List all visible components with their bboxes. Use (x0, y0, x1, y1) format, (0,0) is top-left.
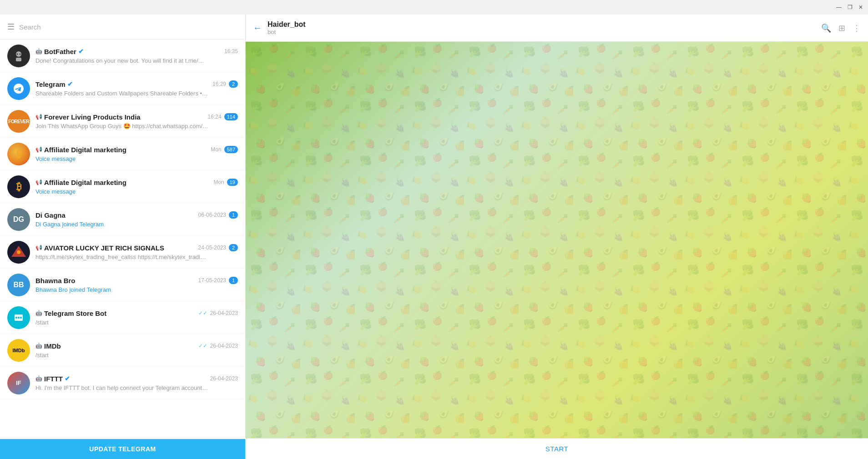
avatar-telegram (7, 77, 30, 100)
start-button[interactable]: START (545, 445, 568, 453)
chat-time-aviator: 24-05-2023 (198, 244, 226, 251)
hamburger-icon[interactable]: ☰ (7, 22, 15, 32)
avatar-affiliate2: ₿ (7, 175, 30, 198)
chat-content-digagna: Di Gagna 06-06-2023 1 Di Gagna joined Te… (35, 211, 238, 228)
double-check-telegramstore: ✓✓ (198, 310, 207, 316)
minimize-button[interactable]: — (835, 4, 843, 11)
chat-name-affiliate1: 📢 Affiliate Digital marketing (35, 146, 126, 154)
svg-point-3 (20, 53, 21, 55)
badge-affiliate1: 587 (224, 146, 238, 153)
chat-item-telegram[interactable]: Telegram ✔ 16:29 2 Shareable Folders and… (0, 72, 245, 105)
svg-point-11 (20, 317, 22, 319)
chat-item-affiliate1[interactable]: ₿ 📢 Affiliate Digital marketing Mon 587 … (0, 138, 245, 170)
badge-bhawna: 1 (229, 277, 238, 284)
bot-icon-imdb: 🤖 (35, 343, 42, 349)
chat-item-digagna[interactable]: DG Di Gagna 06-06-2023 1 Di Gagna joined… (0, 203, 245, 236)
chat-content-telegramstore: 🤖 Telegram Store Bot ✓✓ 26-04-2023 /star… (35, 309, 238, 326)
chat-list: 🤖 BotFather ✔ 16:35 Done! Congratulation… (0, 40, 245, 439)
chat-content-telegram: Telegram ✔ 16:29 2 Shareable Folders and… (35, 80, 238, 97)
avatar-aviator (7, 241, 30, 264)
search-icon[interactable]: 🔍 (821, 23, 831, 33)
chat-preview-digagna: Di Gagna joined Telegram (35, 221, 208, 228)
chat-preview-telegram: Shareable Folders and Custom Wallpapers … (35, 90, 208, 97)
chat-header-sub: bot (267, 29, 816, 35)
chat-time-digagna: 06-06-2023 (198, 212, 226, 218)
columns-icon[interactable]: ⊞ (838, 23, 845, 33)
chat-header-telegramstore: 🤖 Telegram Store Bot ✓✓ 26-04-2023 (35, 309, 238, 317)
chat-preview-bhawna: Bhawna Bro joined Telegram (35, 286, 208, 293)
badge-digagna: 1 (229, 211, 238, 219)
search-input[interactable] (19, 23, 238, 31)
chat-time-telegram: 16:29 (212, 81, 226, 87)
chat-header-affiliate1: 📢 Affiliate Digital marketing Mon 587 (35, 146, 238, 154)
chat-preview-affiliate2: Voice message (35, 188, 208, 195)
chat-background: 🥦 🍎 🥕 🍋 🧅 🍇 🍓 🥑 🍊 (246, 42, 868, 438)
chat-header-name: Haider_bot (267, 20, 816, 29)
chat-preview-affiliate1: Voice message (35, 155, 208, 162)
chat-item-botfather[interactable]: 🤖 BotFather ✔ 16:35 Done! Congratulation… (0, 40, 245, 72)
close-button[interactable]: ✕ (857, 4, 864, 11)
chat-preview-telegramstore: /start (35, 319, 208, 326)
chat-header-digagna: Di Gagna 06-06-2023 1 (35, 211, 238, 219)
chat-header-imdb: 🤖 IMDb ✓✓ 26-04-2023 (35, 342, 238, 350)
chat-header-affiliate2: 📢 Affiliate Digital marketing Mon 19 (35, 179, 238, 186)
chat-content-ifttt: 🤖 IFTTT ✔ 26-04-2023 Hi. I'm the IFTTT b… (35, 375, 238, 391)
svg-point-7 (17, 250, 20, 254)
chat-item-telegramstore[interactable]: 🤖 Telegram Store Bot ✓✓ 26-04-2023 /star… (0, 301, 245, 334)
chat-content-affiliate1: 📢 Affiliate Digital marketing Mon 587 Vo… (35, 146, 238, 162)
chat-name-imdb: 🤖 IMDb (35, 342, 61, 350)
chat-item-ifttt[interactable]: IF 🤖 IFTTT ✔ 26-04-2023 Hi. I'm the IFTT… (0, 367, 245, 399)
chat-time-affiliate1: Mon (211, 146, 221, 153)
bot-icon-telegramstore: 🤖 (35, 310, 42, 316)
megaphone-icon-affiliate2: 📢 (35, 179, 42, 185)
chat-content-affiliate2: 📢 Affiliate Digital marketing Mon 19 Voi… (35, 179, 238, 195)
update-telegram-bar[interactable]: UPDATE TELEGRAM (0, 439, 245, 459)
chat-item-aviator[interactable]: 📢 AVIATOR LUCKY JET RICH SIGNALS 24-05-2… (0, 236, 245, 269)
chat-header-bar: ← Haider_bot bot 🔍 ⊞ ⋮ (246, 15, 868, 42)
badge-affiliate2: 19 (227, 179, 238, 186)
chat-preview-forever: Join This WhatsApp Group Guys 🤩 https://… (35, 123, 208, 130)
chat-header-forever: 📢 Forever Living Products India 16:24 11… (35, 113, 238, 121)
chat-name-telegram: Telegram ✔ (35, 80, 73, 88)
megaphone-icon-aviator: 📢 (35, 244, 42, 251)
verified-icon-ifttt: ✔ (65, 375, 70, 382)
chat-time-botfather: 16:35 (224, 48, 238, 55)
chat-header-info: Haider_bot bot (267, 20, 816, 35)
avatar-digagna: DG (7, 208, 30, 231)
chat-name-bhawna: Bhawna Bro (35, 277, 76, 284)
badge-telegram: 2 (229, 80, 238, 88)
avatar-telegramstore (7, 306, 30, 329)
chat-time-affiliate2: Mon (213, 179, 224, 185)
chat-name-telegramstore: 🤖 Telegram Store Bot (35, 309, 106, 317)
megaphone-icon-affiliate1: 📢 (35, 146, 42, 153)
chat-content-botfather: 🤖 BotFather ✔ 16:35 Done! Congratulation… (35, 48, 238, 64)
chat-header-botfather: 🤖 BotFather ✔ 16:35 (35, 48, 238, 55)
chat-content-forever: 📢 Forever Living Products India 16:24 11… (35, 113, 238, 130)
avatar-ifttt: IF (7, 372, 30, 394)
chat-panel: ← Haider_bot bot 🔍 ⊞ ⋮ 🥦 🍎 🥕 (246, 15, 868, 459)
maximize-button[interactable]: ❐ (846, 4, 853, 11)
chat-bottom-bar: START (246, 438, 868, 459)
chat-preview-ifttt: Hi. I'm the IFTTT bot. I can help connec… (35, 384, 208, 391)
chat-content-aviator: 📢 AVIATOR LUCKY JET RICH SIGNALS 24-05-2… (35, 244, 238, 260)
chat-header-telegram: Telegram ✔ 16:29 2 (35, 80, 238, 88)
chat-time-telegramstore: 26-04-2023 (210, 310, 238, 316)
chat-item-affiliate2[interactable]: ₿ 📢 Affiliate Digital marketing Mon 19 V… (0, 170, 245, 203)
chat-content-bhawna: Bhawna Bro 17-05-2023 1 Bhawna Bro joine… (35, 277, 238, 293)
chat-item-imdb[interactable]: IMDb 🤖 IMDb ✓✓ 26-04-2023 /start (0, 334, 245, 367)
chat-time-imdb: 26-04-2023 (210, 343, 238, 349)
back-button[interactable]: ← (253, 23, 262, 33)
avatar-bhawna: BB (7, 274, 30, 296)
svg-rect-1 (16, 58, 21, 61)
svg-point-2 (17, 53, 18, 55)
bot-icon: 🤖 (35, 48, 42, 55)
chat-preview-aviator: https://t.me/skytex_trading_free_callss … (35, 254, 208, 260)
verified-icon-telegram: ✔ (67, 80, 73, 88)
avatar-botfather (7, 45, 30, 67)
chat-header-ifttt: 🤖 IFTTT ✔ 26-04-2023 (35, 375, 238, 383)
menu-icon[interactable]: ⋮ (853, 23, 861, 33)
chat-item-bhawna[interactable]: BB Bhawna Bro 17-05-2023 1 Bhawna Bro jo… (0, 269, 245, 301)
chat-name-digagna: Di Gagna (35, 211, 66, 219)
chat-item-forever[interactable]: FOREVER 📢 Forever Living Products India … (0, 105, 245, 138)
svg-rect-21 (246, 42, 868, 438)
